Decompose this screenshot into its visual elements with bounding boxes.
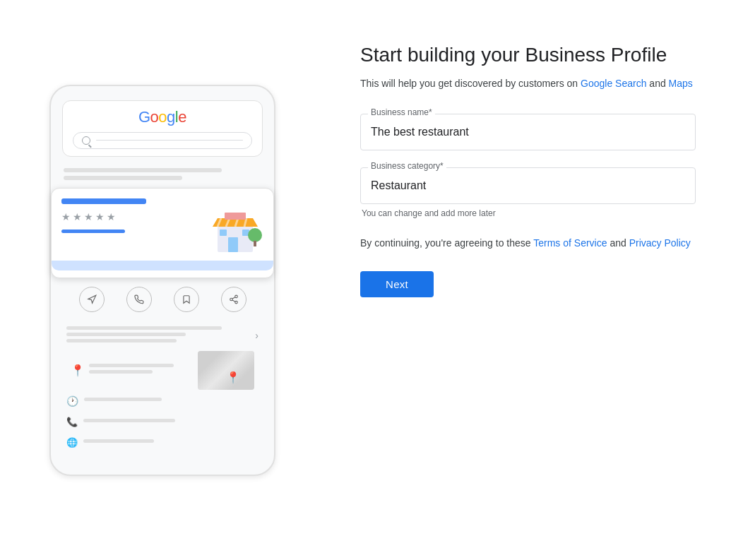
phone-line [83,419,175,422]
business-category-label: Business category* [368,161,446,171]
business-card-inner: ★ ★ ★ ★ ★ [61,198,263,255]
business-category-input[interactable] [361,168,695,203]
phone-mockup: Google ★ ★ [49,85,275,476]
bookmark-icon [174,287,199,312]
c-line-1b [66,333,186,336]
terms-text: By continuing, you're agreeing to these … [360,235,696,251]
form-subtitle: This will help you get discovered by cus… [360,76,696,91]
star-4: ★ [95,211,105,222]
google-logo: Google [73,108,252,126]
bc-line2 [61,230,125,233]
logo-g2: g [167,108,175,126]
svg-point-14 [230,298,232,301]
map-left: 📍 [71,351,192,390]
map-line-1 [89,364,174,367]
business-name-wrapper: Business name* [360,114,696,150]
c-line-1a [66,326,222,330]
website-line [83,439,154,443]
logo-e: e [178,108,186,126]
blue-strip [52,261,273,270]
privacy-policy-link[interactable]: Privacy Policy [629,237,691,249]
clock-icon: 🕐 [66,395,78,407]
content-lines-1 [66,326,249,345]
phone-row-icon: 📞 [66,417,78,427]
svg-point-10 [248,228,262,242]
search-icon [82,136,90,145]
share-icon [221,287,246,312]
phone-search-box [73,132,252,149]
phone-lines [83,419,258,425]
hours-line [84,398,162,401]
business-card-popup: ★ ★ ★ ★ ★ [51,188,274,278]
bc-stars: ★ ★ ★ ★ ★ [61,211,200,222]
chevron-right-icon: › [255,330,258,341]
bc-title-line [61,198,146,204]
ph-line-1 [64,168,222,172]
business-category-wrapper: Business category* [360,167,696,204]
svg-point-15 [234,301,237,304]
right-panel: Start building your Business Profile Thi… [325,0,731,560]
star-3: ★ [84,211,93,222]
phone-outer: Google ★ ★ [49,85,275,476]
category-hint: You can change and add more later [360,208,696,218]
map-pin-icon: 📍 [226,371,240,384]
content-section: › 📍 📍 🕐 [62,323,263,460]
map-line-2 [89,370,153,374]
business-name-label: Business name* [368,107,435,117]
icons-row [62,278,263,321]
search-bar-line [96,140,243,141]
star-2: ★ [73,211,82,222]
svg-point-13 [234,295,237,298]
svg-line-17 [232,297,235,298]
directions-icon [79,287,105,312]
website-lines [83,439,258,446]
terms-of-service-link[interactable]: Terms of Service [533,237,607,249]
maps-link[interactable]: Maps [669,78,693,89]
globe-icon: 🌐 [66,437,78,448]
hours-row: 🕐 [66,395,258,411]
phone-icon [126,287,152,312]
svg-marker-12 [88,295,95,303]
next-button[interactable]: Next [360,271,434,297]
svg-rect-1 [228,237,238,252]
star-1: ★ [61,211,71,222]
website-row: 🌐 [66,437,258,452]
location-pin-icon: 📍 [71,364,85,377]
phone-lines-area [62,164,263,188]
phone-row: 📞 [66,417,258,431]
map-text-lines [89,364,174,376]
map-row: 📍 📍 [66,351,258,390]
business-category-group: Business category* You can change and ad… [360,167,696,218]
star-5: ★ [107,211,116,222]
store-illustration [207,198,263,255]
svg-rect-2 [220,230,227,236]
phone-illustration: Google ★ ★ [0,0,325,560]
c-line-1c [66,339,177,342]
logo-g: G [138,108,150,126]
phone-search-area: Google [62,100,263,157]
google-search-link[interactable]: Google Search [581,78,646,89]
business-name-input[interactable] [361,114,695,150]
page-title: Start building your Business Profile [360,42,696,68]
svg-rect-9 [225,213,246,220]
map-thumbnail: 📍 [198,351,254,390]
business-name-group: Business name* [360,114,696,150]
logo-o2: o [158,108,167,126]
svg-line-16 [232,299,235,301]
svg-rect-11 [254,241,256,246]
ph-line-2 [64,176,182,180]
logo-o1: o [150,108,159,126]
business-card-left: ★ ★ ★ ★ ★ [61,198,200,233]
hours-lines [84,398,258,404]
content-row-1: › [66,326,258,345]
